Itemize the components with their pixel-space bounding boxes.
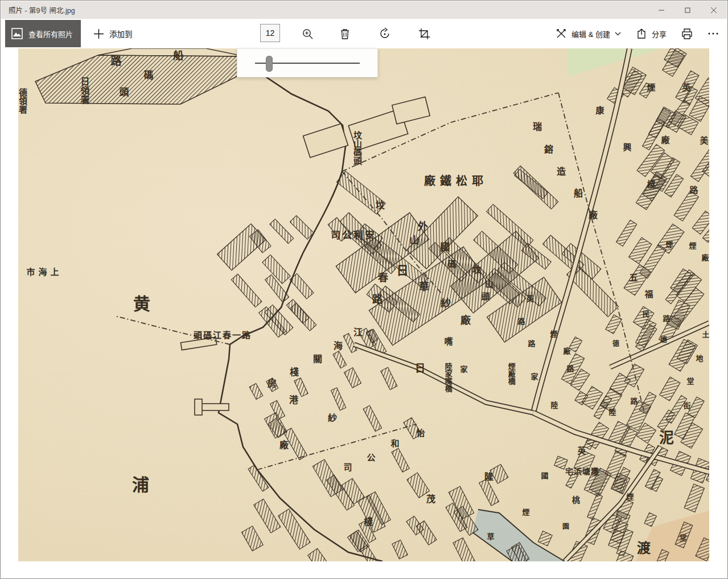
map-label: 怡: [416, 429, 425, 438]
map-label: 路: [689, 186, 698, 195]
map-label: 廠: [279, 441, 289, 450]
edit-create-button[interactable]: 编辑 & 创建: [556, 28, 621, 39]
map-label: 坟山碼頭: [352, 131, 361, 165]
map-label: 港: [289, 396, 298, 405]
more-button[interactable]: [708, 32, 719, 35]
map-label: 山: [485, 280, 493, 289]
rotate-button[interactable]: [375, 24, 394, 43]
delete-button[interactable]: [335, 24, 355, 43]
minimize-button[interactable]: [648, 1, 674, 19]
view-all-photos-button[interactable]: 查看所有照片: [5, 20, 81, 47]
map-label: 路: [566, 365, 574, 373]
map-label: 塘: [660, 336, 667, 344]
map-label: 英: [682, 84, 690, 93]
map-label: 棧: [364, 518, 373, 527]
map-label: 紗: [441, 298, 451, 309]
map-label: 海: [334, 342, 343, 351]
map-label: 渡: [637, 541, 651, 556]
map-label: 碼: [144, 71, 154, 81]
map-label: 坟: [376, 201, 385, 211]
map-label: 路: [663, 315, 670, 323]
print-button[interactable]: [681, 28, 693, 39]
window-title: 照片 - 第9号 闸北.jpg: [1, 5, 75, 15]
zoom-level-box[interactable]: 12: [260, 24, 280, 42]
map-label: 英: [526, 295, 533, 303]
map-label: 廠: [661, 136, 669, 145]
map-label: 煙: [665, 241, 673, 249]
map-label: 棧: [647, 180, 655, 190]
map-label: 司: [343, 463, 352, 473]
zoom-level-value: 12: [266, 28, 275, 38]
map-label: 德領署: [18, 88, 26, 114]
share-button[interactable]: 分享: [636, 28, 667, 39]
map-label: 廠: [563, 347, 570, 355]
map-label: 興: [623, 143, 631, 153]
trash-icon: [339, 28, 351, 40]
zoom-slider-thumb[interactable]: [266, 56, 273, 72]
map-label: 路: [630, 397, 637, 405]
map-label: 頭: [481, 293, 490, 302]
map-label: 瑞: [533, 122, 542, 132]
map-label: 路: [372, 294, 382, 305]
map-label: 五: [629, 274, 637, 283]
map-label: 棧: [290, 368, 299, 377]
ellipsis-icon: [708, 32, 719, 35]
map-label: 堂: [679, 534, 686, 542]
map-label: 泥: [659, 430, 674, 446]
map-label: 船: [173, 51, 183, 61]
map-label: 司公利安: [331, 231, 376, 241]
close-button[interactable]: [701, 1, 727, 19]
map-label: 康: [595, 106, 604, 116]
map-label: 日領署: [79, 77, 89, 104]
minimize-icon: [658, 7, 665, 14]
map-label: 嘴: [444, 338, 453, 347]
map-photo[interactable]: 船路碼頭日領署德領署市海上黄浦坟山碼頭廠鐵松耶司公利安坟外山國碼坟山頭日春華路紗…: [18, 48, 709, 561]
map-label: 土: [702, 331, 709, 339]
map-label: 煙: [689, 242, 696, 250]
edit-create-label: 编辑 & 创建: [571, 28, 610, 39]
map-label: 日: [397, 264, 409, 277]
map-label: 家: [530, 373, 538, 381]
map-label: 煙: [647, 84, 655, 93]
pens-icon: [556, 28, 567, 39]
restore-button[interactable]: [674, 1, 701, 19]
map-label: 關: [313, 355, 322, 364]
photo-icon: [11, 27, 23, 40]
map-label: 英: [577, 447, 586, 456]
map-label: 路: [528, 340, 535, 348]
map-label: 紗: [328, 414, 337, 424]
map-label: 國: [441, 243, 450, 253]
map-label: 房: [268, 379, 277, 389]
map-label: 隆: [484, 473, 493, 482]
chevron-down-icon: [615, 32, 621, 36]
map-label: 鎔: [544, 145, 553, 155]
map-label: 路: [110, 56, 121, 67]
map-label: 廠: [589, 211, 598, 220]
view-all-photos-label: 查看所有照片: [28, 28, 73, 39]
share-icon: [636, 28, 647, 39]
printer-icon: [681, 28, 693, 39]
map-labels-layer: 船路碼頭日領署德領署市海上黄浦坟山碼頭廠鐵松耶司公利安坟外山國碼坟山頭日春華路紗…: [18, 48, 709, 561]
title-bar: 照片 - 第9号 闸北.jpg: [1, 1, 727, 19]
restore-icon: [684, 7, 691, 14]
map-label: 造: [557, 167, 566, 177]
map-label: 煙: [522, 508, 529, 516]
photo-area: 船路碼頭日領署德領署市海上黄浦坟山碼頭廠鐵松耶司公利安坟外山國碼坟山頭日春華路紗…: [1, 48, 727, 578]
crop-icon: [418, 28, 430, 40]
crop-button[interactable]: [414, 24, 434, 43]
map-label: 街: [683, 402, 690, 410]
map-label: 園: [562, 523, 569, 531]
map-label: 宅浜塘獲: [565, 467, 599, 476]
close-icon: [710, 7, 717, 14]
map-label: 日: [415, 363, 425, 374]
plus-icon: [93, 28, 104, 39]
map-label: 民: [642, 310, 649, 318]
share-label: 分享: [652, 28, 667, 39]
zoom-button[interactable]: [298, 24, 317, 43]
map-label: 美: [700, 137, 708, 146]
map-label: 外: [418, 221, 428, 232]
add-to-button[interactable]: 添加到: [93, 28, 133, 39]
map-label: 地: [696, 355, 703, 363]
map-label: 頭碼江春一路: [194, 331, 252, 340]
map-label: 坟: [472, 266, 481, 275]
